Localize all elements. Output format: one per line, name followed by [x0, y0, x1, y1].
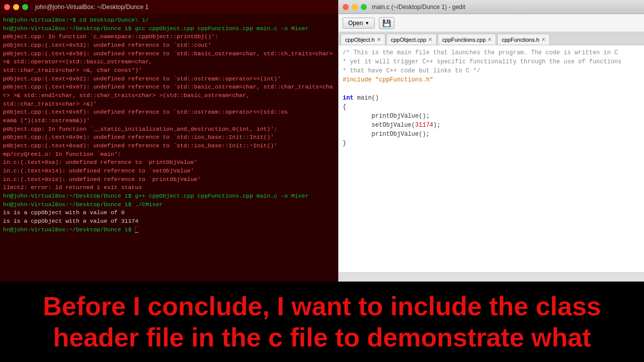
- term-line: p0bject.cpp: In function `__static_initi…: [3, 125, 335, 134]
- terminal-title: john@john-VirtualBox: ~/Desktop/Dunce 1: [35, 4, 148, 11]
- terminal-titlebar: john@john-VirtualBox: ~/Desktop/Dunce 1: [0, 0, 338, 14]
- tab-cppfunctionsh[interactable]: cppFunctions.h ✕: [497, 34, 550, 45]
- term-cursor-line: hn@john-VirtualBox:~/Desktop/Dunce 1$ █: [3, 226, 335, 234]
- code-line: [343, 84, 640, 94]
- gedit-title: main.c (~/Desktop/Dunce 1) - gedit: [372, 4, 465, 11]
- term-line: in.c:(.text+0x14): undefined reference t…: [3, 167, 335, 175]
- open-label: Open: [348, 20, 363, 27]
- term-line: p0bject.cpp: In function `c_namespace::c…: [3, 33, 335, 41]
- gedit-editor[interactable]: /* This is the main file that launches t…: [339, 45, 644, 273]
- code-line: /* This is the main file that launches t…: [343, 48, 640, 57]
- save-icon: 💾: [382, 19, 391, 27]
- terminal-pane: john@john-VirtualBox: ~/Desktop/Dunce 1 …: [0, 0, 338, 282]
- tab-label: cppFunctions.h: [502, 37, 539, 43]
- term-line: hn@john-VirtualBox:~/Desktop/Dunce 1$ ./…: [3, 201, 335, 209]
- term-line: std::char_traits<char> >&, char const*)': [3, 66, 335, 75]
- code-line: * that have C++ code but links to C */: [343, 66, 640, 75]
- code-line: * yet it will trigger C++ specific funct…: [343, 57, 640, 66]
- term-line: in.c:(.text+0xa): undefined reference to…: [3, 158, 335, 167]
- gedit-max-btn[interactable]: [361, 4, 367, 10]
- tab-cppfunctionscpp[interactable]: cppFunctions.cpp ✕: [438, 34, 496, 45]
- term-line: p0bject.cpp:(.text+0x62): undefined refe…: [3, 75, 335, 83]
- code-line: #include "cppFunctions.h": [343, 75, 640, 84]
- gedit-close-btn[interactable]: [343, 4, 349, 10]
- code-line: {: [343, 103, 640, 112]
- term-line: mp/ccyQree1.o: In function `main':: [3, 150, 335, 159]
- tab-close-icon[interactable]: ✕: [428, 37, 432, 42]
- code-line: printObjValue();: [343, 112, 640, 121]
- code-line: }: [343, 139, 640, 148]
- term-line: std::char_traits<char> >&)': [3, 100, 335, 109]
- tab-close-icon[interactable]: ✕: [488, 37, 492, 42]
- gedit-pane: main.c (~/Desktop/Dunce 1) - gedit Open …: [338, 0, 644, 282]
- tab-close-icon[interactable]: ✕: [377, 37, 381, 42]
- gedit-tabs: cppObject.h ✕ cppObject.cpp ✕ cppFunctio…: [339, 32, 644, 45]
- term-line: p0bject.cpp:(.text+0x9e): undefined refe…: [3, 133, 335, 142]
- code-line: int main(): [343, 94, 640, 103]
- code-line: setObjValue(31174);: [343, 121, 640, 130]
- term-line: in.c:(.text+0x1e): undefined reference t…: [3, 175, 335, 184]
- code-line: printObjValue();: [343, 130, 640, 139]
- overlay-message: Before I conclude, I want to include the…: [15, 291, 629, 353]
- term-line: p0bject.cpp:(.text+0x6f): undefined refe…: [3, 108, 335, 125]
- chevron-down-icon: ▼: [365, 21, 369, 26]
- term-line: hn@john-VirtualBox:~/Desktop/Dunce 1$ g+…: [3, 192, 335, 201]
- gedit-min-btn[interactable]: [352, 4, 358, 10]
- terminal-content[interactable]: hn@john-VirtualBox:~$ cd Desktop/Dunce\ …: [0, 14, 338, 282]
- tab-label: cppObject.cpp: [391, 37, 426, 43]
- term-line: p0bject.cpp:(.text+0x53): undefined refe…: [3, 41, 335, 50]
- tab-cppobjectcpp[interactable]: cppObject.cpp ✕: [386, 34, 437, 45]
- tab-cppobjecth[interactable]: cppObject.h ✕: [341, 34, 385, 45]
- term-line: hn@john-VirtualBox:~$ cd Desktop/Dunce\ …: [3, 16, 335, 25]
- term-line: p0bject.cpp:(.text+0xad): undefined refe…: [3, 142, 335, 150]
- gedit-toolbar: Open ▼ 💾: [339, 14, 644, 32]
- terminal-max-btn[interactable]: [22, 4, 28, 10]
- open-button[interactable]: Open ▼: [343, 18, 375, 29]
- term-line: is is a cppObject with a value of 0: [3, 209, 335, 217]
- gedit-statusbar: [339, 273, 644, 282]
- terminal-close-btn[interactable]: [4, 4, 10, 10]
- tab-label: cppObject.h: [345, 37, 375, 43]
- terminal-min-btn[interactable]: [13, 4, 19, 10]
- term-line: hn@john-VirtualBox:~/Desktop/Dunce 1$ gc…: [3, 25, 335, 33]
- tab-label: cppFunctions.cpp: [442, 37, 486, 43]
- term-line: p0bject.cpp:(.text+0x67): undefined refe…: [3, 83, 335, 100]
- term-line: is is a cppObject with a value of 31174: [3, 217, 335, 226]
- term-line: p0bject.cpp:(.text+0x58): undefined refe…: [3, 50, 335, 66]
- term-line: llect2: error: ld returned 1 exit status: [3, 184, 335, 192]
- tab-close-icon[interactable]: ✕: [541, 37, 545, 42]
- overlay-text-container: Before I conclude, I want to include the…: [0, 282, 644, 362]
- gedit-titlebar: main.c (~/Desktop/Dunce 1) - gedit: [339, 0, 644, 14]
- save-button[interactable]: 💾: [379, 17, 394, 29]
